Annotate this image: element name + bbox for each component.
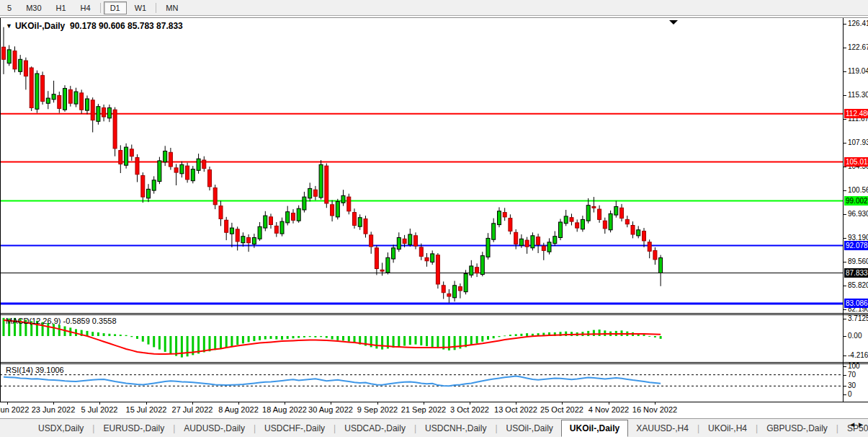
price-tick-label: 119.040: [848, 67, 868, 76]
date-tick-label: 27 Jul 2022: [166, 405, 219, 414]
timeframe-toolbar: 5M30H1H4D1W1MN: [0, 0, 868, 16]
date-tick-label: 9 Sep 2022: [351, 405, 404, 414]
chart-tab-usdcnh-daily[interactable]: USDCNH-,Daily: [417, 419, 494, 437]
timeframe-button-H4[interactable]: H4: [74, 1, 97, 14]
rsi-tick-label: 30: [848, 381, 856, 390]
chart-tab-eurusd-daily[interactable]: EURUSD-,Daily: [95, 419, 172, 437]
date-tick-label: 3 Oct 2022: [443, 405, 496, 414]
axis-tick: [844, 214, 846, 215]
date-tick-label: 25 Oct 2022: [535, 405, 589, 414]
date-tick: [99, 402, 100, 405]
rsi-tick-label: 100: [848, 362, 860, 371]
axis-tick: [844, 375, 846, 376]
chart-title: ▼UKOil-,Daily 90.178 90.606 85.783 87.83…: [6, 21, 183, 31]
rsi-tick-label: 70: [848, 371, 856, 379]
axis-tick: [844, 119, 846, 120]
rsi-label: RSI(14) 39.1006: [6, 366, 64, 374]
timeframe-button-D1[interactable]: D1: [104, 1, 127, 14]
date-tick: [285, 402, 285, 405]
chart-tab-ukoil-daily[interactable]: UKOil-,Daily: [561, 420, 628, 437]
axis-tick: [844, 262, 846, 262]
tabs-scroll-right-icon[interactable]: ►: [857, 420, 866, 428]
macd-panel-canvas[interactable]: [0, 315, 843, 362]
date-tick-label: 5 Jul 2022: [73, 405, 126, 414]
chart-tab-usdx-daily[interactable]: USDX,Daily: [30, 419, 91, 437]
axis-tick: [844, 309, 846, 310]
chart-tab-ukoil-h4[interactable]: UKOil-,H4: [700, 419, 755, 437]
main-chart-canvas[interactable]: [0, 18, 843, 313]
axis-tick: [844, 48, 846, 48]
axis-tick: [844, 386, 846, 387]
price-tick-label: 126.410: [848, 19, 868, 28]
date-tick: [424, 402, 424, 405]
date-tick: [331, 402, 331, 405]
macd-tick-label: 3.7125: [848, 314, 868, 323]
panel-separator[interactable]: [0, 313, 868, 314]
timeframe-button-MN[interactable]: MN: [159, 1, 184, 14]
timeframe-button-W1[interactable]: W1: [128, 1, 153, 14]
price-level-badge: 83.086: [844, 299, 868, 308]
chart-shift-marker-icon: [669, 20, 678, 25]
date-tick-label: 4 Nov 2022: [582, 405, 635, 414]
axis-tick: [844, 286, 846, 286]
date-tick: [238, 402, 239, 405]
timeframe-button-H1[interactable]: H1: [50, 1, 73, 14]
date-tick-label: 8 Aug 2022: [212, 405, 265, 414]
macd-label: MACD(12,26,9) -0.5859 0.3558: [6, 317, 117, 325]
axis-tick: [844, 336, 846, 337]
rsi-tick-label: 0: [848, 390, 852, 399]
axis-tick: [844, 24, 846, 25]
axis-tick: [844, 190, 846, 191]
price-tick-label: 107.930: [848, 138, 868, 147]
price-level-badge: 99.002: [844, 196, 868, 206]
chart-left-border: [0, 18, 1, 402]
date-tick: [7, 402, 8, 405]
price-level-badge: 87.833: [844, 268, 868, 278]
panel-separator[interactable]: [0, 362, 868, 363]
chart-tab-usoil-daily[interactable]: USOil-,Daily: [498, 419, 561, 437]
axis-tick: [844, 71, 846, 72]
date-tick: [609, 402, 609, 405]
toolbar-separator: [156, 3, 156, 13]
chart-tab-usdcad-daily[interactable]: USDCAD-,Daily: [336, 419, 413, 437]
timeframe-button-M30[interactable]: M30: [19, 1, 48, 14]
time-axis[interactable]: 13 Jun 202223 Jun 20225 Jul 202215 Jul 2…: [0, 402, 843, 417]
symbol-dropdown-icon[interactable]: ▼: [6, 22, 12, 30]
macd-tick-label: -4.2165: [848, 351, 868, 360]
price-level-badge: 112.486: [844, 109, 868, 118]
price-tick-label: 85.820: [848, 281, 868, 290]
date-tick: [562, 402, 563, 405]
chart-title-ohlc: 90.178 90.606 85.783 87.833: [70, 21, 183, 31]
chart-tab-usdchf-daily[interactable]: USDCHF-,Daily: [256, 419, 333, 437]
axis-tick: [844, 238, 846, 239]
toolbar-separator: [100, 3, 101, 13]
rsi-panel-canvas[interactable]: [0, 363, 843, 402]
timeframe-button-5[interactable]: 5: [1, 1, 18, 14]
chart-tab-gbpusd-daily[interactable]: GBPUSD-,Daily: [759, 419, 836, 437]
chart-title-symbol: UKOil-,Daily: [15, 21, 65, 31]
terminal-window: 5M30H1H4D1W1MN ▼UKOil-,Daily 90.178 90.6…: [0, 0, 868, 437]
date-tick-label: 18 Aug 2022: [258, 405, 311, 414]
date-tick-label: 30 Aug 2022: [304, 405, 357, 414]
price-tick-label: 89.560: [848, 257, 868, 266]
date-tick: [377, 402, 378, 405]
price-tick-label: 96.930: [848, 210, 868, 218]
axis-tick: [844, 394, 846, 395]
date-tick: [516, 402, 516, 405]
date-tick-label: 21 Sep 2022: [397, 405, 450, 414]
price-axis[interactable]: 126.410122.670119.040115.300111.670107.9…: [843, 18, 868, 402]
axis-tick: [844, 356, 846, 356]
chart-tab-audusd-daily[interactable]: AUDUSD-,Daily: [176, 419, 253, 437]
date-tick: [53, 402, 54, 405]
price-level-badge: 105.015: [844, 157, 868, 167]
chart-tab-xauusd-h4[interactable]: XAUUSD-,H4: [628, 419, 697, 437]
axis-tick: [844, 319, 846, 319]
tabs-scroll-left-icon[interactable]: ◄: [849, 420, 857, 428]
axis-tick: [844, 167, 846, 167]
date-tick: [655, 402, 656, 405]
date-tick-label: 13 Oct 2022: [489, 405, 542, 414]
macd-tick-label: 0.00: [848, 332, 862, 340]
chart-tab-bar: USDX,Daily|EURUSD-,Daily|AUDUSD-,Daily|U…: [0, 418, 868, 437]
date-tick: [146, 402, 147, 405]
date-tick: [192, 402, 193, 405]
